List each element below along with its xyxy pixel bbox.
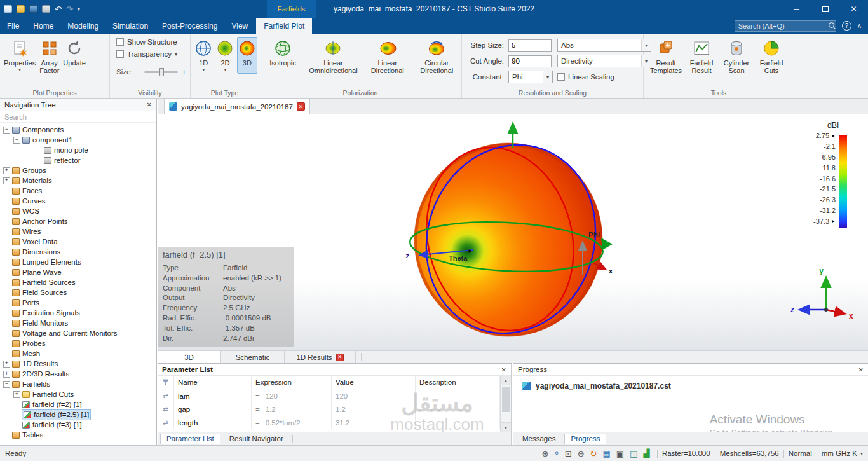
tree-item-farfield-f2-5-selected[interactable]: farfield (f=2.5) [1] — [0, 409, 156, 420]
tree-item-wires[interactable]: Wires — [0, 226, 156, 237]
tree-item-farfield-f3[interactable]: farfield (f=3) [1] — [0, 420, 156, 430]
abs-dropdown[interactable]: Abs ▾ — [557, 39, 651, 52]
farfield-cuts-button[interactable]: Farfield Cuts — [756, 37, 787, 76]
document-tab-close-icon[interactable]: ✕ — [297, 102, 305, 111]
column-header-value[interactable]: Value — [332, 376, 416, 389]
minimize-button[interactable]: ─ — [782, 0, 811, 18]
cylinder-scan-button[interactable]: Cylinder Scan — [720, 37, 753, 76]
parameter-row-gap[interactable]: ⇄ gap =1.2 1.2 — [158, 403, 500, 416]
size-slider[interactable] — [144, 71, 178, 73]
progress-file-row[interactable]: yagiyoda_mai_mostafa_20210187.cst — [513, 376, 868, 390]
constant-dropdown-icon[interactable]: ▾ — [543, 71, 552, 83]
parameter-row-lam[interactable]: ⇄ lam =120 120 — [158, 389, 500, 403]
collapse-icon[interactable] — [13, 137, 20, 144]
zoom-in-icon[interactable]: ⊕ — [542, 449, 549, 458]
linear-scaling-checkbox[interactable] — [557, 73, 565, 81]
tree-item-faces[interactable]: Faces — [0, 186, 156, 196]
properties-dropdown-icon[interactable]: ▾ — [18, 67, 21, 72]
tree-item-components[interactable]: Components — [0, 125, 156, 135]
tree-item-curves[interactable]: Curves — [0, 196, 156, 206]
document-tab[interactable]: yagiyoda_mai_mostafa_20210187 ✕ — [164, 99, 310, 114]
search-icon[interactable] — [829, 22, 836, 30]
transparency-checkbox[interactable] — [116, 50, 124, 58]
tree-item-voxel-data[interactable]: Voxel Data — [0, 237, 156, 247]
column-header-description[interactable]: Description — [416, 376, 500, 389]
plot-1d-dropdown-icon[interactable]: ▾ — [202, 67, 205, 72]
bounding-box-icon[interactable]: ▣ — [616, 449, 624, 458]
constant-dropdown[interactable]: Phi ▾ — [508, 71, 553, 83]
view-tab-3d[interactable]: 3D — [158, 351, 221, 363]
tree-item-anchor-points[interactable]: Anchor Points — [0, 216, 156, 226]
print-icon[interactable] — [42, 5, 50, 13]
save-icon[interactable] — [29, 5, 37, 13]
status-mesh-type[interactable]: Normal — [789, 450, 812, 457]
view-tab-1d-results[interactable]: 1D Results ✕ — [285, 351, 356, 363]
close-button[interactable]: ✕ — [839, 0, 868, 18]
collapse-icon[interactable] — [3, 127, 10, 134]
size-plus-icon[interactable]: + — [182, 68, 186, 76]
linear-directional-button[interactable]: Linear Directional — [365, 37, 410, 76]
scroll-up-icon[interactable]: ▲ — [501, 376, 511, 385]
tree-item-plane-wave[interactable]: Plane Wave — [0, 267, 156, 277]
menu-modeling[interactable]: Modeling — [60, 18, 105, 34]
parameter-row-length[interactable]: ⇄ length =0.52*lam/2 31.2 — [158, 416, 500, 429]
expand-icon[interactable] — [13, 391, 20, 398]
expand-icon[interactable] — [3, 361, 10, 368]
new-project-icon[interactable] — [4, 5, 12, 13]
tree-item-1d-results[interactable]: 1D Results — [0, 359, 156, 369]
grid-toggle-icon[interactable]: ▦ — [603, 449, 611, 458]
tree-item-groups[interactable]: Groups — [0, 165, 156, 175]
context-tab-farfields[interactable]: Farfields — [267, 0, 316, 18]
expand-icon[interactable] — [3, 177, 10, 184]
tree-item-component1[interactable]: component1 — [0, 135, 156, 145]
properties-button[interactable]: Properties ▾ — [3, 37, 37, 76]
farfield-result-button[interactable]: Farfield Result — [686, 37, 717, 76]
tree-item-field-sources[interactable]: Field Sources — [0, 287, 156, 298]
menu-file[interactable]: File — [0, 18, 26, 34]
tree-item-mono-pole[interactable]: mono pole — [0, 145, 156, 155]
menu-home[interactable]: Home — [26, 18, 60, 34]
tab-farfield-plot[interactable]: Farfield Plot — [256, 18, 312, 34]
chart-view-icon[interactable]: ▟ — [643, 449, 649, 458]
tab-progress[interactable]: Progress — [564, 434, 606, 444]
linear-omnidirectional-button[interactable]: Linear Omnidirectional — [305, 37, 362, 76]
expand-icon[interactable] — [3, 371, 10, 378]
linear-scaling-row[interactable]: Linear Scaling — [557, 73, 651, 81]
menu-view[interactable]: View — [224, 18, 255, 34]
tree-item-excitation-signals[interactable]: Excitation Signals — [0, 308, 156, 318]
tree-item-lumped-elements[interactable]: Lumped Elements — [0, 257, 156, 267]
navigation-tree-close-icon[interactable]: ✕ — [147, 101, 152, 108]
show-structure-checkbox[interactable] — [116, 38, 124, 46]
tree-search-box[interactable] — [0, 111, 156, 123]
isotropic-button[interactable]: Isotropic — [264, 37, 301, 76]
search-box[interactable] — [735, 20, 836, 32]
tree-search-input[interactable] — [4, 113, 152, 121]
size-slider-thumb[interactable] — [159, 68, 164, 76]
customize-toolbar-chevron-icon[interactable]: ▾ — [78, 6, 80, 12]
result-templates-button[interactable]: Result Templates — [649, 37, 683, 76]
zoom-out-icon[interactable]: ⊖ — [578, 449, 585, 458]
tree-item-wcs[interactable]: WCS — [0, 206, 156, 216]
plot-2d-dropdown-icon[interactable]: ▾ — [224, 67, 226, 72]
tree-item-probes[interactable]: Probes — [0, 338, 156, 348]
tree-item-mesh[interactable]: Mesh — [0, 348, 156, 359]
tree-item-farfields[interactable]: Farfields — [0, 379, 156, 389]
maximize-button[interactable] — [811, 0, 839, 18]
parameter-scrollbar[interactable]: ▲ ▼ — [500, 376, 511, 432]
plot-2d-button[interactable]: 2D ▾ — [215, 37, 235, 74]
center-view-icon[interactable]: ⌖ — [554, 448, 559, 458]
tree-item-2d3d-results[interactable]: 2D/3D Results — [0, 369, 156, 379]
plot-1d-button[interactable]: 1D ▾ — [193, 37, 214, 74]
column-header-expression[interactable]: Expression — [252, 376, 332, 389]
plot-3d-button[interactable]: 3D — [237, 37, 257, 74]
transparency-dropdown-icon[interactable]: ▾ — [175, 52, 177, 57]
status-units[interactable]: mm GHz K — [822, 450, 857, 457]
tree-item-field-monitors[interactable]: Field Monitors — [0, 318, 156, 328]
orientation-triad[interactable]: y z x — [790, 266, 853, 320]
size-minus-icon[interactable]: − — [137, 68, 141, 76]
undo-icon[interactable]: ↶ — [55, 4, 62, 14]
help-icon[interactable]: ? — [842, 21, 851, 31]
tab-parameter-list[interactable]: Parameter List — [160, 434, 220, 444]
tree-item-farfield-f2[interactable]: farfield (f=2) [1] — [0, 399, 156, 409]
tree-item-tables[interactable]: Tables — [0, 430, 156, 440]
